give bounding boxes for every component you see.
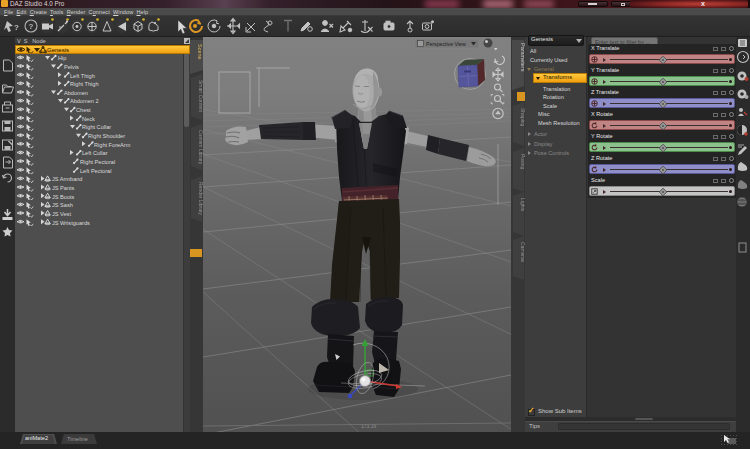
svg-text:Cameras: Cameras xyxy=(520,242,526,263)
svg-text:Lights: Lights xyxy=(520,198,526,212)
svg-text:?: ? xyxy=(29,22,34,31)
svg-text:Scene: Scene xyxy=(197,44,203,60)
svg-text:Shaping: Shaping xyxy=(520,108,526,127)
svg-text:?: ? xyxy=(14,23,19,32)
svg-text:Parameters: Parameters xyxy=(520,43,526,72)
svg-text:Posing: Posing xyxy=(520,154,526,170)
svg-text:Render Library: Render Library xyxy=(198,182,204,216)
svg-text:Content Library: Content Library xyxy=(198,130,204,165)
svg-text:Smart Content: Smart Content xyxy=(198,80,204,113)
